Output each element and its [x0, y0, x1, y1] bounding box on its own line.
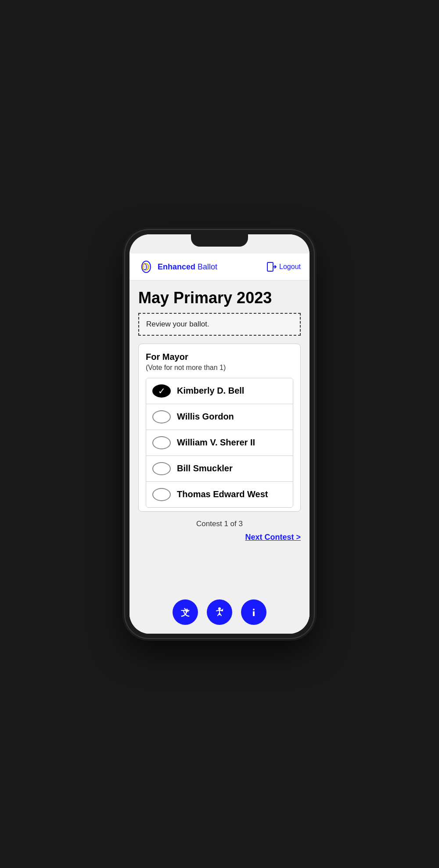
contest-counter: Contest 1 of 3	[138, 520, 301, 528]
candidate-row[interactable]: Willis Gordon	[146, 404, 293, 430]
main-content: May Primary 2023 Review your ballot. For…	[130, 280, 309, 592]
notch-area	[130, 234, 309, 254]
accessibility-icon	[213, 606, 226, 618]
svg-rect-2	[267, 262, 273, 271]
contest-title: For Mayor	[146, 352, 293, 362]
logout-icon	[267, 262, 277, 272]
phone-frame: Enhanced Ballot Logout May Primary 2023 …	[125, 230, 314, 638]
review-text: Review your ballot.	[146, 320, 209, 328]
candidate-row[interactable]: Thomas Edward West	[146, 482, 293, 507]
election-title: May Primary 2023	[138, 289, 301, 307]
radio-willis[interactable]	[152, 410, 171, 423]
app-header: Enhanced Ballot Logout	[130, 254, 309, 280]
candidate-name: William V. Sherer II	[177, 438, 255, 448]
app-logo-icon	[138, 259, 154, 275]
screen-content: Enhanced Ballot Logout May Primary 2023 …	[130, 254, 309, 634]
candidate-name: Kimberly D. Bell	[177, 386, 244, 396]
candidate-row[interactable]: ✓ Kimberly D. Bell	[146, 378, 293, 404]
next-contest-link[interactable]: Next Contest >	[245, 533, 301, 542]
svg-rect-8	[253, 611, 255, 616]
contest-subtitle: (Vote for not more than 1)	[146, 364, 293, 372]
radio-william[interactable]	[152, 436, 171, 449]
bottom-toolbar: 文 A	[130, 592, 309, 634]
logo-area: Enhanced Ballot	[138, 259, 217, 275]
candidate-name: Willis Gordon	[177, 412, 234, 422]
candidate-row[interactable]: Bill Smuckler	[146, 456, 293, 482]
candidate-name: Bill Smuckler	[177, 463, 233, 473]
radio-bill[interactable]	[152, 462, 171, 475]
info-icon	[248, 606, 260, 618]
next-contest-container: Next Contest >	[138, 533, 301, 542]
ballot-card: For Mayor (Vote for not more than 1) ✓ K…	[138, 344, 301, 512]
accessibility-button[interactable]	[207, 599, 232, 625]
info-button[interactable]	[241, 599, 266, 625]
translate-button[interactable]: 文 A	[173, 599, 198, 625]
review-box: Review your ballot.	[138, 313, 301, 336]
translate-icon: 文 A	[179, 606, 191, 618]
radio-thomas[interactable]	[152, 488, 171, 501]
svg-text:A: A	[185, 608, 189, 613]
radio-kimberly[interactable]: ✓	[152, 384, 171, 398]
app-name: Enhanced Ballot	[158, 262, 217, 272]
candidate-row[interactable]: William V. Sherer II	[146, 430, 293, 456]
phone-screen: Enhanced Ballot Logout May Primary 2023 …	[130, 234, 309, 634]
svg-point-7	[253, 609, 255, 610]
svg-point-5	[218, 607, 221, 610]
logout-button[interactable]: Logout	[267, 262, 301, 272]
notch	[191, 234, 248, 247]
check-icon: ✓	[158, 387, 166, 395]
candidate-name: Thomas Edward West	[177, 489, 268, 499]
candidates-list: ✓ Kimberly D. Bell Willis Gordon	[146, 378, 293, 508]
